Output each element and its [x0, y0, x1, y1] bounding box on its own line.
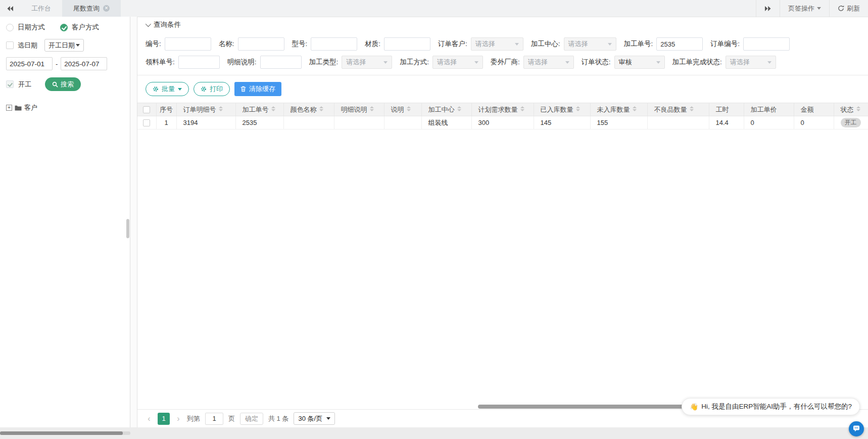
date-from-input[interactable]: [6, 57, 53, 70]
col-header-color-name[interactable]: 颜色名称: [283, 103, 334, 116]
tab-operations-button[interactable]: 页签操作: [780, 0, 829, 17]
goto-page-input[interactable]: [205, 413, 223, 425]
sort-icon[interactable]: [633, 106, 637, 111]
field-label: 订单状态:: [582, 58, 611, 67]
sort-icon[interactable]: [319, 106, 323, 111]
col-header-work-center[interactable]: 加工中心: [421, 103, 471, 116]
print-button[interactable]: 打印: [194, 82, 230, 96]
select-value: 请选择: [346, 58, 366, 67]
clear-cache-label: 清除缓存: [249, 84, 275, 94]
sort-icon[interactable]: [370, 106, 374, 111]
query-conditions-header[interactable]: 查询条件: [146, 17, 868, 32]
sort-icon[interactable]: [271, 106, 275, 111]
tree-expand-icon[interactable]: +: [6, 105, 12, 111]
field-label: 加工单号:: [624, 39, 653, 49]
col-header-defect-qty[interactable]: 不良品数量: [647, 103, 709, 116]
name-input[interactable]: [238, 37, 284, 51]
field-label: 明细说明:: [227, 58, 257, 67]
code-input[interactable]: [165, 37, 211, 51]
current-page-button[interactable]: 1: [158, 413, 170, 425]
date-mode-radio[interactable]: [6, 24, 14, 31]
header-select-all-cell: [137, 103, 156, 116]
refresh-button[interactable]: 刷新: [829, 0, 868, 17]
grid-hscroll-thumb[interactable]: [478, 405, 694, 409]
sort-icon[interactable]: [856, 106, 860, 111]
cell-stocked-qty: 145: [534, 116, 590, 129]
col-label: 不良品数量: [654, 106, 687, 113]
sort-icon[interactable]: [520, 106, 524, 111]
date-type-select[interactable]: 开工日期: [44, 39, 84, 52]
picking-no-input[interactable]: [178, 56, 220, 69]
col-label: 加工单价: [751, 106, 777, 113]
batch-button[interactable]: 批量: [146, 82, 189, 96]
data-grid: 序号 订单明细号 加工单号 颜色名称 明细说明 说明 加工中心 计划需求数量 已…: [137, 103, 868, 129]
model-input[interactable]: [311, 37, 357, 51]
ai-chat-fab-button[interactable]: [849, 421, 864, 436]
col-label: 说明: [391, 106, 404, 113]
cell-work-order-no: 2535: [235, 116, 283, 129]
prev-page-button[interactable]: ‹: [146, 414, 153, 423]
col-header-detail-desc[interactable]: 明细说明: [334, 103, 384, 116]
sort-icon[interactable]: [690, 106, 694, 111]
order-status-select[interactable]: 审核: [614, 56, 665, 69]
sort-icon[interactable]: [576, 106, 580, 111]
erp-app: 工作台 尾数查询 ✕ 页签操作 刷新 日期方式: [0, 0, 868, 439]
sort-icon[interactable]: [407, 106, 411, 111]
col-header-unstocked-qty[interactable]: 未入库数量: [590, 103, 647, 116]
sidebar-vertical-scrollbar[interactable]: [126, 219, 129, 238]
page-size-select[interactable]: 30 条/页: [294, 412, 335, 425]
field-label: 领料单号:: [146, 58, 175, 67]
order-no-input[interactable]: [743, 37, 790, 51]
expand-tabs-right-button[interactable]: [756, 0, 780, 17]
tree-root-label: 客户: [24, 103, 37, 112]
grid-header-row: 序号 订单明细号 加工单号 颜色名称 明细说明 说明 加工中心 计划需求数量 已…: [137, 103, 868, 116]
select-all-checkbox[interactable]: [143, 106, 150, 113]
cell-desc: [384, 116, 421, 129]
cell-color-name: [283, 116, 334, 129]
sidebar-horizontal-scrollbar: [0, 431, 130, 435]
print-button-label: 打印: [210, 84, 223, 94]
field-label: 材质:: [365, 39, 380, 49]
col-header-status[interactable]: 状态: [834, 103, 868, 116]
customer-mode-radio[interactable]: [60, 24, 68, 31]
goto-confirm-button[interactable]: 确定: [240, 413, 263, 425]
date-to-input[interactable]: [61, 57, 107, 70]
close-tab-icon[interactable]: ✕: [103, 5, 110, 12]
gear-icon: [153, 86, 159, 92]
select-date-checkbox[interactable]: [6, 41, 14, 49]
row-checkbox[interactable]: [143, 119, 150, 126]
refresh-icon: [838, 5, 844, 12]
work-center-select[interactable]: 请选择: [564, 37, 616, 51]
select-value: 请选择: [437, 58, 457, 67]
order-customer-select[interactable]: 请选择: [471, 37, 523, 51]
col-header-order-detail-no[interactable]: 订单明细号: [176, 103, 235, 116]
tab-workbench[interactable]: 工作台: [20, 0, 62, 17]
sidebar-hscroll-thumb[interactable]: [0, 431, 123, 435]
chevron-down-icon: [76, 44, 80, 47]
work-type-select[interactable]: 请选择: [342, 56, 392, 69]
sort-icon[interactable]: [219, 106, 223, 111]
search-button[interactable]: 搜索: [45, 77, 81, 91]
col-header-stocked-qty[interactable]: 已入库数量: [534, 103, 590, 116]
detail-desc-input[interactable]: [260, 56, 302, 69]
work-method-select[interactable]: 请选择: [432, 56, 483, 69]
completion-status-select[interactable]: 请选择: [726, 56, 776, 69]
col-header-seq: 序号: [156, 103, 176, 116]
panel-gap: [130, 17, 137, 427]
material-input[interactable]: [384, 37, 430, 51]
sort-icon[interactable]: [457, 106, 461, 111]
clear-cache-button[interactable]: 清除缓存: [234, 82, 281, 96]
collapse-tabs-left-button[interactable]: [0, 0, 20, 17]
page-suffix-label: 页: [228, 414, 235, 423]
cell-work-center: 组装线: [421, 116, 471, 129]
col-header-planned-qty[interactable]: 计划需求数量: [471, 103, 534, 116]
col-header-work-order-no[interactable]: 加工单号: [235, 103, 283, 116]
customer-tree-root[interactable]: + 客户: [6, 103, 124, 112]
goto-label: 到第: [187, 414, 200, 423]
work-order-no-input[interactable]: [656, 37, 703, 51]
col-header-desc[interactable]: 说明: [384, 103, 421, 116]
tab-tail-query[interactable]: 尾数查询 ✕: [62, 0, 121, 17]
table-row[interactable]: 1 3194 2535 组装线 300 145 155 14.4: [137, 116, 868, 129]
outsource-vendor-select[interactable]: 请选择: [523, 56, 574, 69]
next-page-button[interactable]: ›: [175, 414, 182, 423]
